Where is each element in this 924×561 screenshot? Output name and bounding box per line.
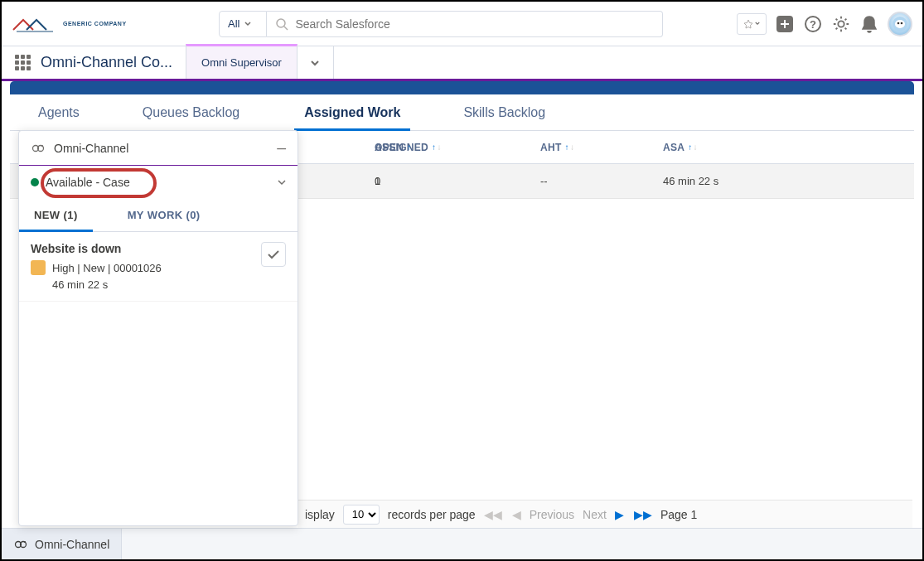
svg-point-15	[24, 541, 26, 543]
per-page-label: records per page	[388, 508, 476, 521]
search-icon	[275, 17, 288, 31]
accept-button[interactable]	[261, 242, 286, 267]
astro-icon	[892, 16, 908, 32]
svg-text:?: ?	[810, 18, 816, 31]
hero-band	[10, 81, 914, 94]
column-label: ASA	[663, 142, 685, 153]
omni-channel-panel: Omni-Channel — Available - Case NEW (1) …	[18, 130, 298, 526]
help-button[interactable]: ?	[803, 14, 823, 34]
search-scope-selector[interactable]: All	[219, 11, 267, 37]
page-size-select[interactable]: 10	[343, 505, 380, 525]
chevron-down-icon	[755, 22, 760, 26]
first-page-button[interactable]: ◀◀	[484, 508, 502, 521]
last-page-button[interactable]: ▶▶	[634, 508, 652, 521]
status-indicator-dot	[31, 178, 39, 186]
search-input[interactable]	[288, 17, 654, 31]
chevron-down-icon	[244, 22, 251, 27]
pagination-bar: isplay 10 records per page ◀◀ ◀ Previous…	[298, 500, 912, 528]
column-open[interactable]: OPEN↑↓	[375, 142, 540, 153]
logo-text: GENERIC COMPANY	[63, 21, 127, 27]
tab-label: Agents	[38, 105, 80, 120]
column-aht[interactable]: AHT↑↓	[540, 142, 663, 153]
bell-icon	[861, 15, 878, 33]
sort-icon: ↑↓	[565, 143, 575, 152]
tab-label: MY WORK (0)	[128, 209, 201, 221]
page-nav-arrows-next: ▶ ▶▶	[615, 508, 652, 521]
search-box[interactable]	[267, 11, 663, 37]
case-icon	[31, 260, 46, 275]
logo-icon	[12, 13, 58, 35]
tab-label: Skills Backlog	[463, 105, 545, 120]
omni-channel-icon	[31, 141, 46, 156]
column-asa[interactable]: ASA↑↓	[663, 142, 769, 153]
sort-icon: ↑↓	[407, 143, 417, 152]
tab-queues-backlog[interactable]: Queues Backlog	[126, 94, 256, 130]
sort-icon: ↑↓	[688, 143, 698, 152]
column-label: AHT	[540, 142, 562, 153]
omni-channel-icon	[13, 537, 28, 552]
omni-panel-header: Omni-Channel —	[19, 131, 298, 166]
tab-label: Queues Backlog	[143, 105, 239, 120]
global-header: GENERIC COMPANY All ?	[2, 2, 922, 46]
gear-icon	[832, 15, 850, 33]
chevron-down-icon	[278, 180, 286, 186]
chevron-down-icon	[310, 60, 320, 66]
work-item[interactable]: Website is down High | New | 00001026 46…	[19, 232, 298, 302]
work-item-time: 46 min 22 s	[31, 278, 162, 291]
cell-open: 0	[375, 175, 540, 187]
status-label: Available - Case	[46, 176, 130, 189]
work-item-meta: High | New | 00001026	[31, 260, 162, 275]
svg-point-7	[895, 20, 905, 28]
utility-omni-channel[interactable]: Omni-Channel	[2, 529, 122, 559]
company-logo: GENERIC COMPANY	[12, 13, 219, 35]
omni-panel-tabs: NEW (1) MY WORK (0)	[19, 199, 298, 232]
svg-line-1	[284, 27, 288, 30]
plus-icon	[776, 15, 794, 33]
minimize-button[interactable]: —	[277, 139, 286, 157]
next-page-button[interactable]: ▶	[615, 508, 624, 521]
nav-tab-omni-supervisor[interactable]: Omni Supervisor	[186, 44, 298, 79]
tab-label: NEW (1)	[34, 209, 78, 221]
tab-new[interactable]: NEW (1)	[19, 199, 93, 231]
prev-page-button[interactable]: ◀	[512, 508, 521, 521]
star-icon	[743, 19, 753, 29]
svg-point-5	[838, 21, 844, 27]
tab-my-work[interactable]: MY WORK (0)	[113, 199, 215, 231]
svg-point-9	[901, 22, 903, 24]
cell-asa: 46 min 22 s	[663, 175, 769, 187]
svg-point-8	[897, 22, 900, 24]
favorites-button[interactable]	[737, 13, 767, 35]
utility-label: Omni-Channel	[35, 538, 109, 551]
omni-panel-title: Omni-Channel	[54, 142, 128, 155]
setup-button[interactable]	[831, 14, 851, 34]
utility-bar: Omni-Channel	[2, 528, 922, 559]
notifications-button[interactable]	[859, 14, 879, 34]
tab-agents[interactable]: Agents	[22, 94, 96, 130]
page-nav-arrows: ◀◀ ◀	[484, 508, 521, 521]
next-label[interactable]: Next	[583, 508, 607, 521]
global-search: All	[219, 11, 663, 37]
column-label: OPEN	[375, 142, 404, 153]
cell-aht: --	[540, 175, 663, 187]
nav-tab-label: Omni Supervisor	[201, 56, 282, 69]
app-launcher-section: Omni-Channel Co...	[2, 46, 186, 79]
app-launcher-icon[interactable]	[15, 55, 31, 70]
svg-point-12	[41, 145, 43, 147]
search-scope-label: All	[228, 17, 239, 30]
page-indicator: Page 1	[660, 508, 697, 521]
supervisor-subtabs: Agents Queues Backlog Assigned Work Skil…	[10, 94, 914, 131]
tab-label: Assigned Work	[304, 105, 400, 120]
user-avatar[interactable]	[888, 12, 912, 36]
tab-assigned-work[interactable]: Assigned Work	[288, 94, 417, 130]
header-actions: ?	[737, 12, 912, 36]
display-label: isplay	[305, 508, 335, 521]
work-item-meta-text: High | New | 00001026	[52, 262, 162, 274]
work-item-title: Website is down	[31, 242, 162, 255]
status-selector[interactable]: Available - Case	[19, 166, 298, 199]
check-icon	[268, 250, 279, 259]
nav-tab-dropdown[interactable]	[298, 46, 334, 79]
previous-label[interactable]: Previous	[530, 508, 574, 521]
create-button[interactable]	[775, 14, 795, 34]
app-name: Omni-Channel Co...	[41, 54, 172, 71]
tab-skills-backlog[interactable]: Skills Backlog	[447, 94, 562, 130]
